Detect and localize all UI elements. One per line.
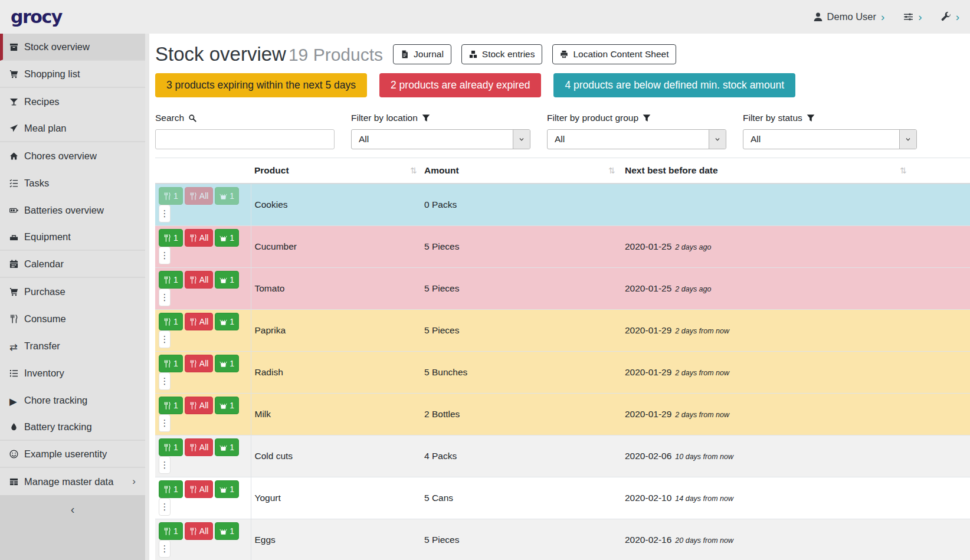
consume-all-button[interactable]: All — [185, 522, 214, 540]
utensils-icon — [163, 192, 171, 200]
mark-opened-button[interactable]: 1 — [215, 522, 239, 540]
due-relative: 14 days from now — [675, 494, 733, 503]
consume-one-button[interactable]: 1 — [159, 271, 183, 289]
sidebar-item-example-userentity[interactable]: Example userentity — [0, 441, 145, 468]
mark-opened-button[interactable]: 1 — [215, 187, 239, 205]
due-relative: 2 days ago — [675, 243, 711, 251]
row-menu-button[interactable]: ⋮ — [159, 498, 171, 516]
sidebar-item-chore-tracking[interactable]: ▶Chore tracking — [0, 387, 145, 414]
journal-button[interactable]: Journal — [393, 44, 451, 64]
mark-opened-button[interactable]: 1 — [215, 355, 239, 372]
sidebar-item-label: Chores overview — [24, 150, 136, 162]
sidebar-item-purchase[interactable]: Purchase — [0, 278, 145, 305]
utensils-icon — [163, 528, 171, 535]
sidebar-item-equipment[interactable]: Equipment — [0, 224, 145, 251]
mark-opened-button[interactable]: 1 — [215, 271, 239, 289]
product-row-milk: 1All1⋮Milk2 Bottles2020-01-292 days from… — [155, 394, 970, 435]
consume-one-button[interactable]: 1 — [159, 522, 183, 540]
consume-all-button[interactable]: All — [185, 229, 214, 247]
utensils-icon — [163, 234, 171, 242]
admin-menu[interactable]: › — [941, 11, 959, 22]
location-content-sheet-button[interactable]: Location Content Sheet — [552, 44, 676, 64]
consume-one-button[interactable]: 1 — [159, 480, 183, 498]
sidebar-collapse-button[interactable]: ‹ — [0, 495, 145, 560]
consume-one-button[interactable]: 1 — [159, 187, 183, 205]
sidebar-item-recipes[interactable]: Recipes — [0, 88, 145, 115]
consume-one-button[interactable]: 1 — [159, 355, 183, 372]
sidebar-item-transfer[interactable]: ⇄Transfer — [0, 332, 145, 359]
sidebar-item-batteries-overview[interactable]: Batteries overview — [0, 197, 145, 224]
row-menu-button[interactable]: ⋮ — [159, 414, 171, 432]
sidebar-item-calendar[interactable]: Calendar — [0, 251, 145, 278]
consume-one-button[interactable]: 1 — [159, 313, 183, 330]
sidebar-item-consume[interactable]: Consume — [0, 305, 145, 332]
consume-all-button[interactable]: All — [185, 187, 214, 205]
sidebar-item-label: Chore tracking — [24, 395, 136, 406]
consume-all-button[interactable]: All — [185, 271, 214, 289]
utensils-icon — [163, 486, 171, 493]
product-group-filter: Filter by product group All — [547, 113, 726, 149]
mark-opened-button[interactable]: 1 — [215, 313, 239, 330]
settings-menu[interactable]: › — [903, 11, 922, 22]
amount-column-header[interactable]: Amount⇅ — [421, 158, 621, 184]
date-column-header[interactable]: Next best before date⇅ — [621, 158, 970, 184]
due-relative: 2 days from now — [675, 411, 729, 419]
search-input[interactable] — [155, 129, 335, 149]
status-select[interactable]: All — [743, 129, 917, 149]
mark-opened-button[interactable]: 1 — [215, 397, 239, 414]
row-menu-button[interactable]: ⋮ — [159, 289, 171, 306]
filter-icon — [807, 114, 815, 122]
row-menu-button[interactable]: ⋮ — [159, 247, 171, 264]
mark-opened-button[interactable]: 1 — [215, 480, 239, 498]
consume-all-button[interactable]: All — [185, 355, 214, 372]
consume-one-button[interactable]: 1 — [159, 438, 183, 456]
product-row-yogurt: 1All1⋮Yogurt5 Cans2020-02-1014 days from… — [155, 477, 970, 519]
row-menu-button[interactable]: ⋮ — [159, 330, 171, 348]
best-before-date: 2020-02-0610 days from now — [621, 435, 970, 477]
product-row-cold-cuts: 1All1⋮Cold cuts4 Packs2020-02-0610 days … — [155, 435, 970, 477]
sidebar: Stock overviewShopping listRecipesMeal p… — [0, 34, 145, 560]
row-menu-button[interactable]: ⋮ — [159, 372, 171, 390]
consume-all-button[interactable]: All — [185, 313, 214, 330]
product-column-header[interactable]: Product⇅ — [251, 158, 421, 184]
status-banner-2[interactable]: 4 products are below defined min. stock … — [553, 73, 795, 97]
consume-one-button[interactable]: 1 — [159, 397, 183, 414]
sidebar-item-tasks[interactable]: Tasks — [0, 169, 145, 197]
due-relative: 2 days ago — [675, 285, 711, 293]
sidebar-item-label: Meal plan — [24, 123, 136, 134]
consume-all-button[interactable]: All — [185, 480, 214, 498]
sidebar-item-shopping-list[interactable]: Shopping list — [0, 61, 145, 88]
row-menu-button[interactable]: ⋮ — [159, 456, 171, 474]
page-head: Stock overview19 Products Journal Stock … — [155, 43, 970, 66]
boxes-icon — [469, 50, 477, 58]
sidebar-item-battery-tracking[interactable]: Battery tracking — [0, 414, 145, 441]
sidebar-item-inventory[interactable]: Inventory — [0, 359, 145, 387]
mark-opened-button[interactable]: 1 — [215, 438, 239, 456]
grocy-logo[interactable]: grocy — [11, 6, 62, 27]
user-menu[interactable]: Demo User › — [813, 11, 885, 22]
stock-table-body: 1All1⋮Cookies0 Packs1All1⋮Cucumber5 Piec… — [155, 184, 970, 560]
mark-opened-button[interactable]: 1 — [215, 229, 239, 247]
stock-entries-button[interactable]: Stock entries — [461, 44, 543, 64]
sidebar-item-label: Batteries overview — [24, 205, 136, 216]
status-banner-1[interactable]: 2 products are already expired — [379, 73, 541, 97]
location-select[interactable]: All — [351, 129, 530, 149]
utensils-icon — [189, 402, 197, 410]
consume-all-button[interactable]: All — [185, 438, 214, 456]
status-banner-0[interactable]: 3 products expiring within the next 5 da… — [155, 73, 367, 97]
sidebar-item-stock-overview[interactable]: Stock overview — [0, 34, 145, 61]
sidebar-item-meal-plan[interactable]: Meal plan — [0, 115, 145, 142]
utensils-icon — [189, 276, 197, 284]
sidebar-item-chores-overview[interactable]: Chores overview — [0, 142, 145, 169]
best-before-date: 2020-01-292 days from now — [621, 352, 970, 394]
product-group-select[interactable]: All — [547, 129, 726, 149]
consume-all-button[interactable]: All — [185, 397, 214, 414]
row-menu-button[interactable]: ⋮ — [159, 540, 171, 558]
openbox-icon — [219, 402, 227, 410]
row-menu-button[interactable]: ⋮ — [159, 205, 171, 222]
openbox-icon — [219, 528, 227, 535]
chevron-right-icon: › — [918, 11, 922, 22]
utensils-icon — [189, 486, 197, 493]
consume-one-button[interactable]: 1 — [159, 229, 183, 247]
sidebar-item-manage-master-data[interactable]: Manage master data› — [0, 468, 145, 495]
